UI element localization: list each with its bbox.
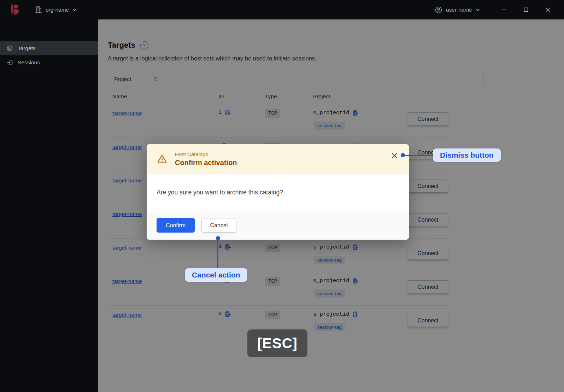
minimize-icon[interactable] xyxy=(500,6,507,13)
dialog-header: Host Catalogs Confirm activation xyxy=(147,144,409,174)
cancel-button[interactable]: Cancel xyxy=(201,218,236,233)
sessions-icon xyxy=(6,59,13,66)
org-name-label: org-name xyxy=(46,7,69,13)
sidebar-item-label: Targets xyxy=(18,45,36,52)
sidebar-item-targets[interactable]: Targets xyxy=(0,41,98,55)
close-icon[interactable] xyxy=(544,6,551,13)
confirm-button[interactable]: Confirm xyxy=(157,218,195,233)
window-controls xyxy=(480,6,564,13)
dismiss-annotation-label: Dismiss button xyxy=(433,148,501,162)
dialog-body: Are you sure you want to archive this ca… xyxy=(147,174,409,211)
maximize-icon[interactable] xyxy=(522,6,529,13)
building-icon xyxy=(35,6,42,13)
chevron-down-icon xyxy=(72,8,77,11)
sidebar-item-sessions[interactable]: Sessions xyxy=(0,55,98,69)
boundary-logo-icon xyxy=(10,4,21,16)
topbar: org-name user-name xyxy=(0,0,564,19)
chevron-down-icon xyxy=(476,8,480,11)
dialog-eyebrow: Host Catalogs xyxy=(175,151,237,157)
target-icon xyxy=(6,45,13,52)
dialog-footer: Confirm Cancel xyxy=(147,211,409,240)
user-name-label: user-name xyxy=(446,7,472,13)
person-circle-icon xyxy=(435,6,442,14)
sidebar: Targets Sessions xyxy=(0,19,98,392)
dismiss-annotation-line xyxy=(404,155,435,156)
sidebar-item-label: Sessions xyxy=(18,59,40,66)
confirm-dialog: Host Catalogs Confirm activation Are you… xyxy=(147,144,409,240)
dialog-title: Confirm activation xyxy=(175,159,237,167)
org-scope-picker[interactable]: org-name xyxy=(35,6,77,13)
esc-key-hint: [ESC] xyxy=(247,329,307,357)
dismiss-icon[interactable] xyxy=(390,152,398,159)
cancel-annotation-line xyxy=(217,240,218,268)
warning-triangle-icon xyxy=(157,154,168,164)
cancel-annotation-label: Cancel action xyxy=(185,268,247,282)
user-menu[interactable]: user-name xyxy=(435,6,480,14)
